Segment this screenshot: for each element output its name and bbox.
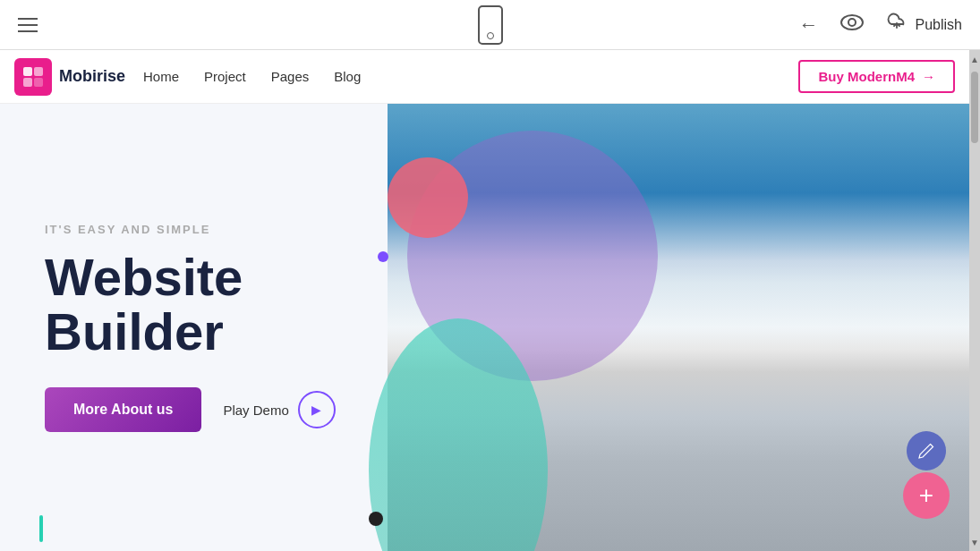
add-icon: + bbox=[919, 481, 933, 510]
canvas-wrapper: Mobirise Home Project Pages Blog Buy Mod… bbox=[0, 50, 980, 551]
hero-title-line1: Website bbox=[45, 248, 243, 306]
fab-add-button[interactable]: + bbox=[903, 472, 950, 519]
fab-edit-button[interactable] bbox=[907, 431, 946, 470]
preview-eye-icon[interactable] bbox=[840, 14, 864, 35]
scroll-up-button[interactable]: ▲ bbox=[969, 50, 980, 68]
svg-rect-3 bbox=[34, 67, 43, 76]
publish-cloud-icon bbox=[885, 13, 908, 37]
hero-title: Website Builder bbox=[45, 250, 409, 360]
buy-button-label: Buy ModernM4 bbox=[818, 69, 915, 84]
scrollbar[interactable]: ▲ ▼ bbox=[969, 50, 980, 551]
toolbar-center bbox=[478, 5, 503, 45]
svg-rect-5 bbox=[34, 78, 43, 87]
undo-icon[interactable]: ← bbox=[799, 15, 819, 35]
svg-rect-4 bbox=[23, 78, 32, 87]
site-nav: Mobirise Home Project Pages Blog Buy Mod… bbox=[0, 50, 969, 104]
buy-arrow-icon: → bbox=[922, 69, 935, 84]
svg-point-0 bbox=[841, 15, 863, 30]
svg-rect-2 bbox=[23, 67, 32, 76]
hero-section: IT'S EASY AND SIMPLE Website Builder Mor… bbox=[0, 104, 969, 551]
publish-label: Publish bbox=[916, 17, 962, 33]
play-demo-label: Play Demo bbox=[223, 403, 288, 418]
canvas: Mobirise Home Project Pages Blog Buy Mod… bbox=[0, 50, 969, 551]
buy-button[interactable]: Buy ModernM4 → bbox=[798, 60, 955, 93]
nav-link-project[interactable]: Project bbox=[204, 69, 246, 84]
scrollbar-thumb[interactable] bbox=[971, 72, 978, 143]
hero-content: IT'S EASY AND SIMPLE Website Builder Mor… bbox=[0, 104, 436, 551]
hero-title-line2: Builder bbox=[45, 302, 224, 360]
nav-link-blog[interactable]: Blog bbox=[334, 69, 361, 84]
play-circle-icon[interactable]: ▶ bbox=[298, 391, 336, 428]
toolbar-left bbox=[18, 18, 38, 32]
brand-name: Mobirise bbox=[59, 67, 125, 86]
nav-link-pages[interactable]: Pages bbox=[271, 69, 310, 84]
logo-icon bbox=[14, 58, 52, 96]
svg-point-1 bbox=[848, 19, 856, 26]
publish-button[interactable]: Publish bbox=[885, 13, 962, 37]
hamburger-menu-icon[interactable] bbox=[18, 18, 38, 32]
hero-actions: More About us Play Demo ▶ bbox=[45, 387, 409, 432]
mobile-preview-icon[interactable] bbox=[478, 5, 503, 45]
hero-subtitle: IT'S EASY AND SIMPLE bbox=[45, 223, 409, 236]
scroll-down-button[interactable]: ▼ bbox=[969, 533, 980, 551]
more-about-button[interactable]: More About us bbox=[45, 387, 201, 432]
site-logo: Mobirise bbox=[14, 58, 125, 96]
nav-link-home[interactable]: Home bbox=[143, 69, 179, 84]
play-demo-button[interactable]: Play Demo ▶ bbox=[223, 391, 335, 428]
site-nav-links: Home Project Pages Blog bbox=[143, 69, 361, 84]
toolbar: ← Publish bbox=[0, 0, 980, 50]
toolbar-right: ← Publish bbox=[799, 13, 962, 37]
